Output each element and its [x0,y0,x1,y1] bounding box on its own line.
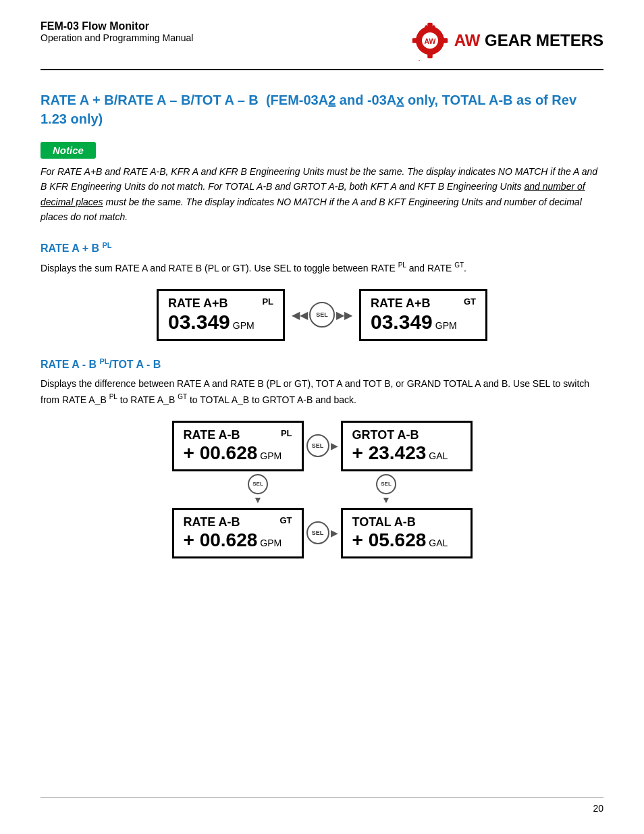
sel-circle-4[interactable]: SEL [376,474,396,494]
sel-button-5[interactable]: SEL ▶ [306,521,338,544]
disp1-label: RATE A+B [168,296,228,311]
disp6-value: + 05.628 [352,529,427,551]
notice-text: For RATE A+B and RATE A-B, KFR A and KFR… [41,164,603,225]
disp5-label: RATE A-B [184,515,240,529]
display-rate-apb-pl: RATE A+B PL 03.349 GPM [157,289,285,341]
logo-gear-icon: AW [410,20,450,61]
sel-down-right[interactable]: SEL ▼ [376,474,396,505]
sel-label-2: SEL [312,442,324,449]
disp6-label: TOTAL A-B [352,515,416,529]
diagram-row-2: RATE A-B GT + 00.628 GPM SEL ▶ TOTAL A-B [172,508,473,558]
sel-label-1: SEL [316,311,328,318]
rate-apb-diagram: RATE A+B PL 03.349 GPM ◀◀ SEL ▶▶ RATE A+… [41,289,603,341]
sel-circle-2[interactable]: SEL [306,434,329,457]
disp3-unit: GPM [260,450,281,461]
logo: AW AW GEAR METERS [410,20,603,61]
notice-box: Notice For RATE A+B and RATE A-B, KFR A … [41,142,603,225]
disp5-value: + 00.628 [184,529,258,551]
disp4-value: + 23.423 [352,442,427,464]
sel-label-4: SEL [381,481,392,487]
display-rate-amb-pl: RATE A-B PL + 00.628 GPM [172,421,304,471]
sel-label-3: SEL [252,481,263,487]
rate-apb-superscript: PL [102,241,111,249]
svg-rect-4 [412,38,417,43]
rate-apb-heading: RATE A + B PL [41,241,603,255]
rate-aminus-diagram: RATE A-B PL + 00.628 GPM SEL ▶ GRTOT A-B [41,421,603,558]
arrow-down-icon-left: ▼ [253,494,263,505]
display-rate-apb-gt: RATE A+B GT 03.349 GPM [359,289,487,341]
disp1-badge: PL [262,296,273,307]
arrow-down-icon-right: ▼ [381,494,391,505]
disp1-value: 03.349 [168,311,230,334]
footer: 20 [41,797,603,814]
header: FEM-03 Flow Monitor Operation and Progra… [41,20,603,70]
sel-button-2[interactable]: SEL ▶ [306,434,338,457]
svg-text:AW: AW [424,37,435,45]
disp4-label: GRTOT A-B [352,428,419,442]
rate-apb-body: Displays the sum RATE A and RATE B (PL o… [41,260,603,276]
rate-aminus-body: Displays the difference between RATE A a… [41,376,603,407]
page: FEM-03 Flow Monitor Operation and Progra… [0,0,644,834]
section-heading: RATE A + B/RATE A – B/TOT A – B (FEM-03A… [41,90,603,128]
disp5-badge: GT [279,515,292,525]
header-left: FEM-03 Flow Monitor Operation and Progra… [41,20,193,43]
sel-circle-1[interactable]: SEL [309,302,335,328]
arrow-right-icon-2: ▶ [331,440,338,451]
sel-button-1[interactable]: ◀◀ SEL ▶▶ [292,302,352,328]
logo-text: AW GEAR METERS [454,32,603,49]
diagram-arrows-middle: SEL ▼ SEL ▼ [248,474,396,505]
page-number: 20 [593,803,603,814]
diagram-row-1: RATE A-B PL + 00.628 GPM SEL ▶ GRTOT A-B [172,421,473,471]
disp3-label: RATE A-B [184,428,240,442]
arrow-right-icon-3: ▶ [331,527,338,538]
svg-rect-5 [442,38,448,43]
disp2-unit: GPM [435,320,457,331]
svg-rect-9 [415,60,423,61]
doc-title: FEM-03 Flow Monitor [41,20,193,32]
disp3-value: + 00.628 [184,442,258,464]
sel-down-left[interactable]: SEL ▼ [248,474,268,505]
disp5-unit: GPM [260,538,281,548]
display-rate-amb-gt: RATE A-B GT + 00.628 GPM [172,508,304,558]
sel-label-5: SEL [312,529,324,536]
svg-rect-3 [427,53,433,59]
disp2-value: 03.349 [371,311,433,334]
doc-subtitle: Operation and Programming Manual [41,32,193,43]
notice-label: Notice [41,142,96,159]
sel-circle-5[interactable]: SEL [306,521,329,544]
sel-circle-3[interactable]: SEL [248,474,268,494]
display-total-ab: TOTAL A-B + 05.628 GAL [341,508,473,558]
disp4-unit: GAL [429,450,448,461]
arrow-left-icon: ◀◀ [292,309,308,321]
rate-aminus-heading: RATE A - B PL/TOT A - B [41,357,603,371]
disp6-unit: GAL [429,538,448,548]
disp2-label: RATE A+B [371,296,431,311]
header-right: AW AW GEAR METERS [410,20,603,61]
arrow-right-icon: ▶▶ [336,309,352,321]
disp1-unit: GPM [233,320,254,331]
disp3-badge: PL [281,428,292,438]
display-grtot-ab: GRTOT A-B + 23.423 GAL [341,421,473,471]
disp2-badge: GT [464,296,476,307]
